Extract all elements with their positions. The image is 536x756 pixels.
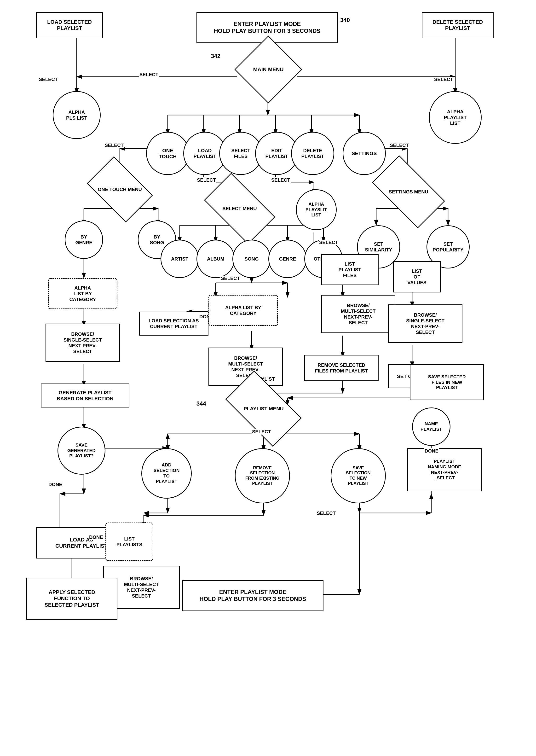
alpha-playlist-list-right: ALPHA PLAYLIST LIST: [429, 91, 482, 144]
save-selected-files: SAVE SELECTED FILES IN NEW PLAYLIST: [410, 364, 484, 400]
playlist-menu: PLAYLIST MENU: [228, 388, 299, 429]
save-selection-to-new: SAVE SELECTION TO NEW PLAYLIST: [331, 448, 386, 503]
alpha-pls-list: ALPHA PLS LIST: [53, 91, 101, 139]
select-label-edit: SELECT: [271, 177, 291, 183]
delete-playlist: DELETE PLAYLIST: [291, 132, 334, 175]
one-touch: ONE TOUCH: [146, 132, 189, 175]
select-label-alpha-playlist-right: SELECT: [434, 77, 453, 82]
add-selection-to-playlist: ADD SELECTION TO PLAYLIST: [141, 448, 192, 498]
save-generated-playlist: SAVE GENERATED PLAYLIST?: [57, 427, 105, 475]
ref-342: 342: [211, 53, 220, 60]
ref-344: 344: [196, 400, 206, 407]
delete-selected-playlist: DELETE SELECTED PLAYLIST: [422, 12, 494, 38]
select-label-settings: SELECT: [389, 143, 409, 148]
generate-playlist: GENERATE PLAYLIST BASED ON SELECTION: [41, 384, 129, 407]
browse-single-select-right: BROWSE/ SINGLE-SELECT NEXT-PREV- SELECT: [388, 304, 462, 343]
browse-multi-select-right: BROWSE/ MULTI-SELECT NEXT-PREV- SELECT: [321, 295, 395, 333]
select-label-playlist-menu: SELECT: [251, 429, 272, 434]
settings-menu: SETTINGS MENU: [374, 173, 443, 211]
alpha-playlist-list-mid: ALPHA PLAYSLIT LIST: [296, 189, 337, 230]
select-label-one-touch: SELECT: [104, 143, 124, 148]
main-menu: MAIN MENU: [237, 46, 299, 93]
playlist-naming-mode: PLAYLIST NAMING MODE NEXT-PREV- _SELECT: [407, 448, 482, 491]
done-label-list-playlists: DONE: [89, 534, 104, 540]
genre: GENRE: [268, 240, 307, 278]
done-label-left: DONE: [48, 482, 63, 487]
select-label-playlist-list: SELECT: [319, 240, 339, 245]
remove-selection-from: REMOVE SELECTION FROM EXISTING PLAYLIST: [235, 448, 290, 503]
list-playlists: LIST PLAYLISTS: [105, 523, 153, 561]
select-menu: SELECT MENU: [206, 189, 273, 228]
browse-single-select-left: BROWSE/ SINGLE-SELECT NEXT-PREV- SELECT: [46, 324, 120, 362]
album: ALBUM: [196, 240, 235, 278]
apply-selected-function: APPLY SELECTED FUNCTION TO SELECTED PLAY…: [26, 578, 117, 620]
settings: SETTINGS: [343, 132, 386, 175]
list-playlist-files: LIST PLAYLIST FILES: [321, 254, 379, 285]
by-genre: BY GENRE: [65, 221, 103, 259]
load-selection-current: LOAD SELECTION AS CURRENT PLAYLIST: [139, 312, 209, 335]
select-label-categories: SELECT: [220, 276, 240, 281]
alpha-list-by-category-left: ALPHA LIST BY CATEGORY: [48, 278, 117, 309]
select-label-load-playlist: SELECT: [196, 177, 217, 183]
list-of-values: LIST OF VALUES: [393, 261, 441, 292]
select-label-alpha-pls: SELECT: [38, 77, 58, 82]
select-label-save-new: SELECT: [316, 511, 336, 516]
remove-selected-files: REMOVE SELECTED FILES FROM PLAYLIST: [304, 355, 379, 381]
ref-340: 340: [340, 17, 350, 24]
name-playlist: NAME PLAYLIST: [412, 407, 451, 446]
artist: ARTIST: [160, 240, 199, 278]
song: SONG: [232, 240, 271, 278]
load-selected-playlist: LOAD SELECTED PLAYLIST: [36, 12, 103, 38]
one-touch-menu: ONE TOUCH MENU: [86, 170, 153, 209]
select-label-main-left: SELECT: [139, 72, 159, 78]
flowchart-diagram: ENTER PLAYLIST MODE HOLD PLAY BUTTON FOR…: [0, 0, 536, 756]
alpha-list-by-category-mid: ALPHA LIST BY CATEGORY: [209, 295, 278, 326]
done-label-name-playlist: DONE: [424, 448, 439, 454]
enter-playlist-mode-bottom: ENTER PLAYLIST MODE HOLD PLAY BUTTON FOR…: [182, 580, 323, 611]
